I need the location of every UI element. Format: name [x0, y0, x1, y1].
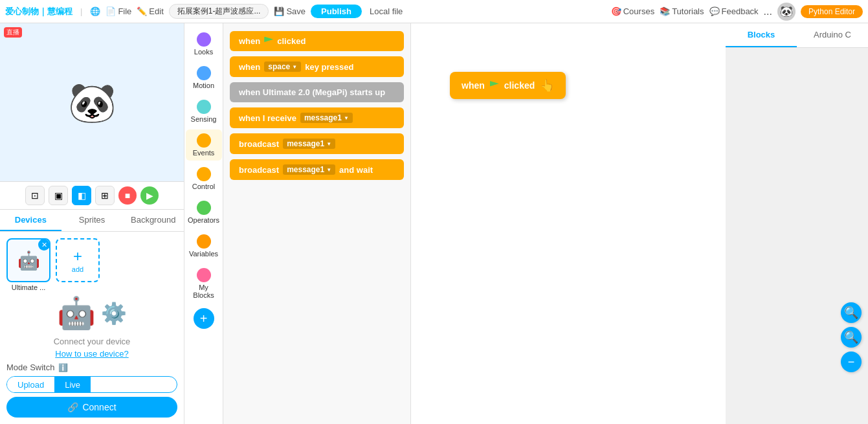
- block-when-label: when: [239, 36, 260, 46]
- broadcast-message-dropdown[interactable]: message1: [283, 139, 335, 149]
- localfile-button[interactable]: Local file: [370, 6, 403, 16]
- block-broadcast-wait[interactable]: broadcast message1 and wait: [230, 159, 404, 180]
- close-sprite-button[interactable]: ✕: [38, 239, 50, 251]
- zoom-controls: 🔍 🔍 −: [841, 302, 862, 372]
- zoom-minus-button[interactable]: −: [841, 351, 862, 372]
- control-dot: [197, 167, 211, 181]
- zoom-in-button[interactable]: 🔍: [841, 302, 862, 323]
- mode-info-icon[interactable]: ℹ️: [58, 363, 68, 372]
- tutorials-button[interactable]: 📚 Tutorials: [660, 6, 704, 16]
- sprite-label: Ultimate ...: [12, 284, 46, 291]
- starts-up-label: when Ultimate 2.0 (MegaPi) starts up: [239, 87, 385, 97]
- block-when-clicked[interactable]: when clicked: [230, 31, 404, 51]
- file-menu[interactable]: 📄 File: [106, 6, 131, 16]
- python-editor-button[interactable]: Python Editor: [801, 5, 863, 18]
- grid-view-button[interactable]: ⊞: [95, 186, 115, 205]
- palette-item-sensing[interactable]: Sensing: [186, 96, 222, 127]
- key-pressed-label: key pressed: [305, 62, 353, 72]
- motion-dot: [197, 66, 211, 80]
- canvas-flag-icon: [490, 81, 499, 90]
- tab-blocks[interactable]: Blocks: [726, 23, 797, 47]
- device-image-area: 🤖 ⚙️ Connect your device How to use devi…: [6, 295, 177, 359]
- device-panel: ✕ 🤖 Ultimate ... + add 🤖 ⚙️ Con: [0, 232, 184, 424]
- courses-button[interactable]: 🎯 Courses: [611, 6, 654, 16]
- upload-mode-button[interactable]: Upload: [7, 377, 54, 392]
- palette-item-looks[interactable]: Looks: [186, 28, 222, 60]
- tab-devices[interactable]: Devices: [0, 210, 61, 231]
- topbar: 爱心制物｜慧编程 | 🌐 📄 File ✏️ Edit 拓展案例1-超声波感应.…: [0, 0, 868, 23]
- add-palette-button[interactable]: +: [194, 308, 214, 329]
- palette-item-events[interactable]: Events: [186, 129, 222, 161]
- block-when-receive[interactable]: when I receive message1: [230, 107, 404, 128]
- palette-item-variables[interactable]: Variables: [186, 230, 222, 262]
- variables-dot: [197, 234, 211, 249]
- receive-label: when I receive: [239, 113, 296, 123]
- link-icon: 🔗: [67, 402, 78, 412]
- tab-background[interactable]: Background: [122, 210, 184, 231]
- right-content: 🔍 🔍 −: [726, 48, 868, 424]
- more-button[interactable]: ...: [764, 6, 772, 17]
- play-button[interactable]: ▶: [140, 186, 159, 205]
- publish-button[interactable]: Publish: [311, 5, 362, 18]
- tab-sprites[interactable]: Sprites: [61, 210, 123, 231]
- block-when-key-pressed[interactable]: when space key pressed: [230, 56, 404, 77]
- block-when-starts-up[interactable]: when Ultimate 2.0 (MegaPi) starts up: [230, 82, 404, 102]
- mode-toggle: Upload Live: [6, 376, 177, 393]
- right-panel: Blocks Arduino C 🔍 🔍 −: [726, 23, 868, 424]
- globe-icon[interactable]: 🌐: [90, 6, 100, 16]
- palette-item-myblocks[interactable]: My Blocks: [186, 264, 222, 303]
- myblocks-label: My Blocks: [188, 284, 219, 299]
- broadcast-label: broadcast: [239, 139, 279, 149]
- edit-menu[interactable]: ✏️ Edit: [137, 6, 163, 16]
- canvas-when-label: when: [462, 80, 485, 91]
- stage-toolbar: ⊡ ▣ ◧ ⊞ ■ ▶: [0, 182, 184, 210]
- key-dropdown[interactable]: space: [264, 61, 301, 72]
- operators-dot: [197, 201, 211, 215]
- mode-switch-row: Mode Switch ℹ️: [6, 363, 177, 372]
- events-label: Events: [193, 149, 215, 157]
- stop-button[interactable]: ■: [118, 186, 137, 205]
- canvas-area[interactable]: when clicked 👆: [411, 23, 726, 424]
- message1-dropdown[interactable]: message1: [300, 113, 353, 123]
- project-name[interactable]: 拓展案例1-超声波感应...: [169, 4, 269, 19]
- zoom-out-button[interactable]: 🔍: [841, 327, 862, 348]
- fit-screen-button[interactable]: ⊡: [25, 186, 45, 205]
- tab-arduino[interactable]: Arduino C: [797, 23, 868, 47]
- side-view-button[interactable]: ◧: [72, 186, 91, 205]
- block-when2-label: when: [239, 62, 260, 72]
- events-dot: [197, 133, 211, 148]
- block-broadcast[interactable]: broadcast message1: [230, 133, 404, 154]
- blocks-palette: Looks Motion Sensing Events Control Oper…: [184, 23, 223, 424]
- operators-label: Operators: [188, 216, 219, 224]
- stage-area: 直播 🐼: [0, 23, 184, 182]
- palette-item-motion[interactable]: Motion: [186, 62, 222, 93]
- broadcast-wait-message-dropdown[interactable]: message1: [283, 164, 335, 175]
- palette-item-control[interactable]: Control: [186, 163, 222, 194]
- left-panel: 直播 🐼 ⊡ ▣ ◧ ⊞ ■ ▶ Devices Sprites Backgro…: [0, 23, 184, 424]
- connect-button[interactable]: 🔗 Connect: [6, 397, 177, 418]
- sensing-dot: [197, 100, 211, 114]
- sensing-label: Sensing: [191, 115, 217, 123]
- avatar[interactable]: 🐼: [777, 3, 796, 21]
- ultimate-sprite-card[interactable]: ✕ 🤖: [6, 238, 50, 282]
- single-view-button[interactable]: ▣: [49, 186, 68, 205]
- feedback-button[interactable]: 💬 Feedback: [709, 6, 759, 16]
- main-layout: 直播 🐼 ⊡ ▣ ◧ ⊞ ■ ▶ Devices Sprites Backgro…: [0, 23, 868, 424]
- device-connect-text: Connect your device: [54, 337, 131, 346]
- how-to-use-link[interactable]: How to use device?: [55, 349, 128, 359]
- control-label: Control: [192, 183, 215, 190]
- cursor-icon: 👆: [540, 78, 554, 93]
- and-wait-label: and wait: [339, 165, 373, 175]
- save-button[interactable]: 💾 Save: [274, 6, 306, 16]
- motion-label: Motion: [193, 82, 214, 89]
- canvas-block-when-clicked[interactable]: when clicked 👆: [450, 72, 566, 99]
- broadcast-wait-label: broadcast: [239, 165, 279, 175]
- blocks-list-panel: when clicked when space key pressed when…: [223, 23, 411, 424]
- palette-item-operators[interactable]: Operators: [186, 197, 222, 228]
- add-device-button[interactable]: + add: [56, 238, 100, 282]
- variables-label: Variables: [189, 250, 218, 258]
- live-mode-button[interactable]: Live: [54, 377, 91, 392]
- logo: 爱心制物｜慧编程: [5, 6, 72, 17]
- flag-icon: [264, 37, 273, 46]
- divider: |: [80, 6, 82, 16]
